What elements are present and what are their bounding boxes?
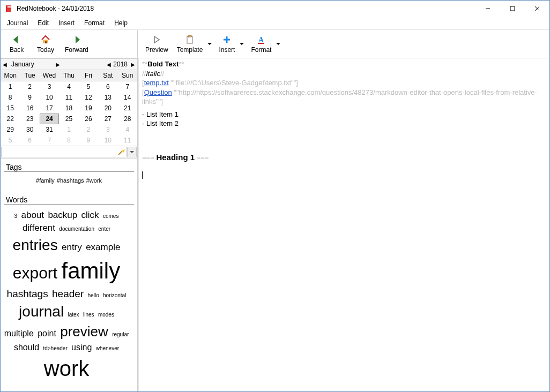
menu-insert[interactable]: Insert xyxy=(54,18,79,28)
word-cloud-item[interactable]: should xyxy=(14,342,39,353)
word-cloud-item[interactable]: 3 xyxy=(14,213,18,220)
format-button[interactable]: A Format xyxy=(248,33,274,55)
calendar-day[interactable]: 4 xyxy=(59,81,78,92)
word-cloud-item[interactable]: whenever xyxy=(96,345,119,352)
calendar-day[interactable]: 20 xyxy=(98,103,117,114)
calendar-day[interactable]: 31 xyxy=(40,124,59,135)
insert-dropdown[interactable] xyxy=(238,34,246,54)
calendar-day[interactable]: 9 xyxy=(20,92,39,103)
calendar-day[interactable]: 21 xyxy=(118,103,137,114)
menu-journal[interactable]: Journal xyxy=(3,18,32,28)
word-cloud-item[interactable]: about xyxy=(21,209,44,222)
search-input[interactable] xyxy=(1,147,127,157)
calendar-day[interactable]: 7 xyxy=(118,81,137,92)
calendar-day[interactable]: 8 xyxy=(59,135,78,146)
calendar-day[interactable]: 8 xyxy=(1,92,20,103)
word-cloud-item[interactable]: hello xyxy=(88,292,99,299)
menu-edit[interactable]: Edit xyxy=(33,18,53,28)
template-dropdown[interactable] xyxy=(206,34,213,54)
word-cloud-item[interactable]: modes xyxy=(98,311,114,319)
search-dropdown-button[interactable] xyxy=(127,147,137,157)
clear-search-icon[interactable] xyxy=(117,148,125,156)
word-cloud-item[interactable]: preview xyxy=(60,322,108,341)
maximize-button[interactable] xyxy=(500,1,525,17)
calendar-day[interactable]: 4 xyxy=(118,124,137,135)
calendar-day[interactable]: 13 xyxy=(98,92,117,103)
calendar-day[interactable]: 15 xyxy=(1,103,20,114)
word-cloud-item[interactable]: multiple xyxy=(4,328,34,340)
calendar-day[interactable]: 25 xyxy=(59,114,78,124)
calendar-day[interactable]: 17 xyxy=(40,103,59,114)
word-cloud-item[interactable]: hashtags xyxy=(7,287,48,301)
month-label[interactable]: January xyxy=(9,61,54,68)
template-button[interactable]: Template xyxy=(174,33,206,55)
calendar-day[interactable]: 7 xyxy=(40,135,59,146)
month-dropdown-button[interactable]: ▶ xyxy=(54,62,62,67)
calendar-day[interactable]: 28 xyxy=(118,114,137,124)
calendar-day[interactable]: 10 xyxy=(98,135,117,146)
forward-button[interactable]: Forward xyxy=(64,33,90,55)
calendar-day[interactable]: 3 xyxy=(98,124,117,135)
word-cloud-item[interactable]: work xyxy=(44,353,89,383)
today-button[interactable]: Today xyxy=(35,33,56,55)
calendar-day[interactable]: 12 xyxy=(79,92,98,103)
calendar-day[interactable]: 11 xyxy=(59,92,78,103)
calendar-day[interactable]: 27 xyxy=(98,114,117,124)
calendar-day[interactable]: 1 xyxy=(1,81,20,92)
word-cloud-item[interactable]: point xyxy=(38,328,56,340)
word-cloud-item[interactable]: entries xyxy=(13,235,58,255)
format-dropdown[interactable] xyxy=(274,34,282,54)
calendar-day[interactable]: 2 xyxy=(20,81,39,92)
word-cloud-item[interactable]: documentation xyxy=(59,225,94,233)
word-cloud-item[interactable]: regular xyxy=(112,331,129,338)
preview-button[interactable]: Preview xyxy=(142,33,172,55)
tag[interactable]: #hashtags xyxy=(57,177,84,184)
calendar-day[interactable]: 3 xyxy=(40,81,59,92)
calendar-day[interactable]: 30 xyxy=(20,124,39,135)
year-label[interactable]: 2018 xyxy=(113,61,129,68)
calendar-day[interactable]: 26 xyxy=(79,114,98,124)
calendar-day[interactable]: 14 xyxy=(118,92,137,103)
calendar-day[interactable]: 1 xyxy=(59,124,78,135)
calendar-day[interactable]: 5 xyxy=(1,135,20,146)
calendar-day[interactable]: 5 xyxy=(79,81,98,92)
word-cloud-item[interactable]: journal xyxy=(19,301,64,322)
menu-help[interactable]: Help xyxy=(110,18,132,28)
tag[interactable]: #family xyxy=(36,177,55,184)
word-cloud-item[interactable]: click xyxy=(81,209,99,222)
insert-button[interactable]: Insert xyxy=(215,33,238,55)
calendar-day[interactable]: 6 xyxy=(98,81,117,92)
prev-month-button[interactable]: ◀ xyxy=(1,62,9,67)
word-cloud-item[interactable]: header xyxy=(52,287,84,301)
editor[interactable]: **Bold Text** //Italic// [temp.txt ""fil… xyxy=(138,58,549,391)
word-cloud-item[interactable]: export xyxy=(13,262,57,284)
word-cloud-item[interactable]: different xyxy=(23,222,55,235)
back-button[interactable]: Back xyxy=(6,33,27,55)
calendar-day[interactable]: 11 xyxy=(118,135,137,146)
calendar-day[interactable]: 23 xyxy=(20,114,39,124)
word-cloud-item[interactable]: example xyxy=(86,241,120,254)
calendar-day[interactable]: 19 xyxy=(79,103,98,114)
word-cloud-item[interactable]: backup xyxy=(48,209,77,222)
word-cloud-item[interactable]: td>header xyxy=(43,345,67,352)
calendar-day[interactable]: 22 xyxy=(1,114,20,124)
calendar-day[interactable]: 29 xyxy=(1,124,20,135)
word-cloud-item[interactable]: comes xyxy=(103,213,118,220)
word-cloud-item[interactable]: entry xyxy=(62,241,82,254)
calendar-day[interactable]: 16 xyxy=(20,103,39,114)
tag[interactable]: #work xyxy=(86,177,102,184)
word-cloud-item[interactable]: enter xyxy=(98,225,110,233)
menu-format[interactable]: Format xyxy=(80,18,109,28)
prev-year-button[interactable]: ◀ xyxy=(105,62,113,67)
close-button[interactable] xyxy=(525,1,549,17)
calendar-day[interactable]: 10 xyxy=(40,92,59,103)
minimize-button[interactable] xyxy=(475,1,500,17)
calendar-day[interactable]: 9 xyxy=(79,135,98,146)
calendar-day[interactable]: 2 xyxy=(79,124,98,135)
word-cloud-item[interactable]: using xyxy=(71,342,92,353)
word-cloud-item[interactable]: family xyxy=(62,255,121,287)
word-cloud-item[interactable]: horizontal xyxy=(103,292,126,299)
calendar-day[interactable]: 6 xyxy=(20,135,39,146)
calendar-day[interactable]: 18 xyxy=(59,103,78,114)
calendar-day[interactable]: 24 xyxy=(40,114,59,124)
